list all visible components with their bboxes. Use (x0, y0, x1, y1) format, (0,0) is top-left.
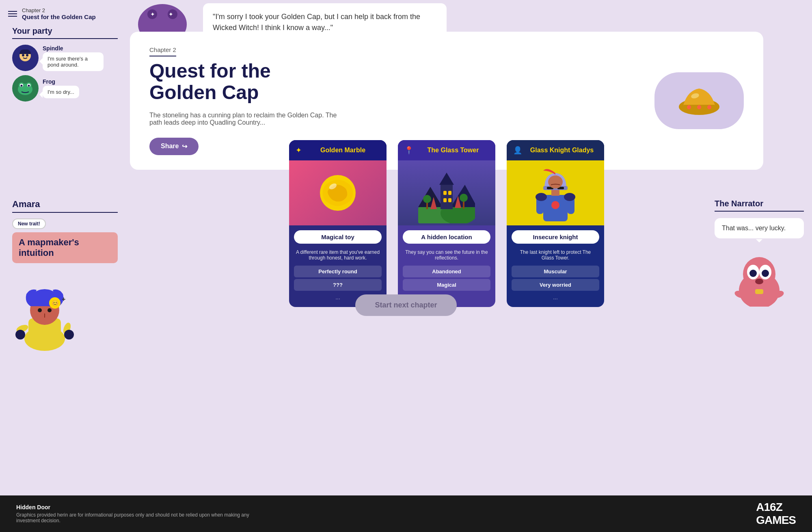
marble-attr-1: ??? (294, 279, 382, 291)
new-trait-badge: New trait! (12, 218, 46, 229)
marble-attr-0: Perfectly round (294, 266, 382, 277)
footer-left: Hidden Door Graphics provided herin are … (16, 504, 260, 523)
svg-point-65 (762, 270, 769, 277)
start-next-chapter-button[interactable]: Start next chapter (355, 294, 457, 316)
start-btn-container: Start next chapter (0, 294, 812, 316)
nav-chapter: Chapter 2 (22, 7, 96, 13)
frog-speech: Frog I'm so dry... (43, 78, 79, 98)
knight-attr-0: Muscular (512, 266, 599, 277)
tower-desc: They say you can see the future in the r… (403, 247, 490, 263)
knight-title: Glass Knight Gladys (526, 147, 598, 154)
marble-icon: ✦ (296, 146, 302, 155)
trait-value: A mapmaker's intuition (12, 232, 118, 263)
svg-point-46 (423, 195, 431, 203)
svg-point-59 (548, 175, 563, 188)
svg-point-57 (536, 193, 547, 201)
footer-brand: Hidden Door (16, 504, 260, 510)
chapter-title: Quest for theGolden Cap (149, 61, 344, 104)
amara-section: Amara New trait! A mapmaker's intuition (12, 199, 118, 353)
marble-title: Golden Marble (306, 147, 380, 154)
narrator-avatar (715, 246, 804, 307)
knight-attr-1: Very worried (512, 279, 599, 291)
svg-point-50 (551, 201, 559, 209)
chapter-card-image (654, 72, 744, 129)
footer: Hidden Door Graphics provided herin are … (0, 495, 812, 532)
svg-rect-67 (755, 289, 763, 294)
narrator-character (733, 246, 786, 307)
tower-title: The Glass Tower (417, 147, 489, 154)
svg-point-66 (755, 279, 763, 284)
chapter-subtitle: Chapter 2 (149, 46, 176, 56)
svg-point-3 (26, 54, 28, 56)
marble-illustration (317, 173, 358, 213)
svg-point-20 (15, 330, 25, 340)
svg-rect-40 (441, 185, 453, 209)
dialogue-text: "I'm sorry I took your Golden Cap, but I… (213, 13, 420, 32)
spindle-name: Spindle (43, 45, 104, 52)
party-member-spindle: Spindle I'm sure there's a pond around. (12, 45, 118, 71)
narrator-section: The Narrator That was... very lucky. (715, 199, 804, 307)
card-knight-header: 👤 Glass Knight Gladys (507, 140, 604, 160)
svg-rect-44 (448, 198, 451, 202)
card-marble-header: ✦ Golden Marble (289, 140, 387, 160)
spindle-speech: Spindle I'm sure there's a pond around. (43, 45, 104, 71)
knight-illustration (533, 162, 578, 223)
knight-image (507, 160, 604, 225)
amara-label: Amara (12, 199, 118, 213)
marble-type: Magical toy (294, 230, 382, 244)
footer-disclaimer: Graphics provided herin are for informat… (16, 512, 260, 523)
nav-text: Chapter 2 Quest for the Golden Cap (22, 7, 96, 20)
tower-icon: 📍 (404, 146, 413, 155)
svg-point-33 (697, 105, 701, 109)
narrator-quote-text: That was... very lucky. (722, 225, 786, 231)
spindle-quote: I'm sure there's a pond around. (43, 52, 104, 71)
party-member-frog: Frog I'm so dry... (12, 75, 118, 102)
svg-point-32 (687, 105, 691, 109)
tower-image (398, 160, 495, 225)
tower-illustration (418, 162, 475, 223)
chapter-card-left: Chapter 2 Quest for theGolden Cap The st… (149, 46, 344, 155)
knight-icon: 👤 (513, 146, 522, 155)
knight-type: Insecure knight (512, 230, 599, 244)
frog-name: Frog (43, 78, 79, 85)
svg-rect-43 (443, 198, 447, 202)
avatar-frog (12, 75, 39, 102)
card-glass-knight: 👤 Glass Knight Gladys (507, 140, 604, 307)
svg-point-34 (707, 105, 711, 109)
svg-text:✦: ✦ (168, 11, 173, 17)
svg-point-2 (22, 54, 24, 56)
nav-title: Quest for the Golden Cap (22, 13, 96, 20)
svg-point-58 (564, 193, 575, 201)
marble-image (289, 160, 387, 225)
tower-attr-1: Magical (403, 279, 490, 291)
avatar-spindle (12, 45, 39, 71)
card-golden-marble: ✦ Golden Marble Magical toy A different … (289, 140, 387, 307)
footer-logo: A16ZGAMES (756, 501, 796, 527)
card-glass-tower: 📍 The Glass Tower (398, 140, 495, 307)
svg-point-21 (64, 330, 74, 340)
frog-quote: I'm so dry... (43, 86, 79, 98)
svg-point-25 (138, 4, 187, 32)
svg-text:✦: ✦ (150, 11, 155, 17)
knight-desc: The last knight left to protect The Glas… (512, 247, 599, 263)
svg-rect-41 (443, 191, 447, 195)
narrator-quote-bubble: That was... very lucky. (715, 218, 804, 238)
svg-point-11 (28, 85, 30, 87)
hamburger-menu[interactable] (8, 11, 17, 17)
marble-desc: A different rare item that you've earned… (294, 247, 382, 263)
top-nav: Chapter 2 Quest for the Golden Cap (8, 7, 96, 20)
card-tower-header: 📍 The Glass Tower (398, 140, 495, 160)
narrator-label: The Narrator (715, 199, 804, 212)
golden-cap-illustration (675, 80, 723, 121)
cards-area: ✦ Golden Marble Magical toy A different … (130, 140, 763, 307)
svg-rect-42 (448, 191, 451, 195)
tower-attr-0: Abandoned (403, 266, 490, 277)
sidebar-party: Your party Spindle I'm sure there's a po… (12, 26, 118, 106)
party-label: Your party (12, 26, 118, 39)
tower-type: A hidden location (403, 230, 490, 244)
svg-point-10 (21, 85, 23, 87)
svg-point-48 (460, 194, 468, 202)
svg-point-64 (749, 270, 757, 277)
chapter-description: The stoneling has a cunning plan to recl… (149, 112, 344, 126)
top-creature: ✦ ✦ (130, 0, 195, 32)
